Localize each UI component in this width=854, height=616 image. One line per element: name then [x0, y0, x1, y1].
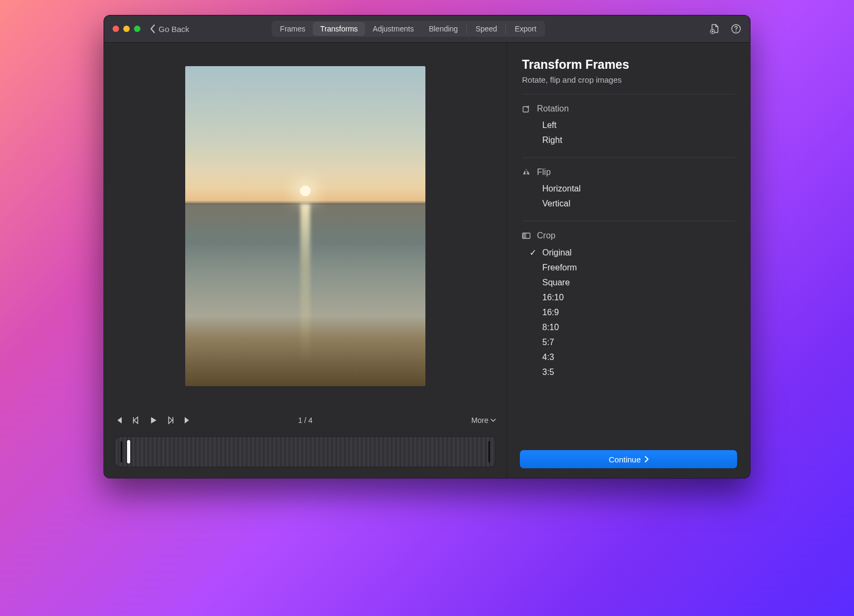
- app-window: Go Back Frames Transforms Adjustments Bl…: [104, 15, 750, 478]
- crop-option[interactable]: 4:3: [522, 350, 735, 365]
- more-menu-button[interactable]: More: [471, 416, 496, 425]
- maximize-window-button[interactable]: [134, 26, 140, 32]
- chevron-right-icon: [644, 456, 649, 462]
- crop-option[interactable]: 5:7: [522, 335, 735, 350]
- crop-section: Crop ✓OriginalFreeformSquare16:1016:98:1…: [522, 221, 735, 389]
- panel-footer: Continue: [507, 443, 750, 478]
- rotate-right-option[interactable]: Right: [522, 133, 735, 148]
- tab-frames[interactable]: Frames: [273, 22, 313, 36]
- playback-controls: 1 / 4 More: [104, 410, 507, 431]
- rotation-label: Rotation: [537, 104, 569, 114]
- tab-adjustments[interactable]: Adjustments: [365, 22, 421, 36]
- transform-panel: Transform Frames Rotate, flip and crop i…: [507, 43, 750, 443]
- tab-transforms[interactable]: Transforms: [313, 22, 365, 36]
- chevron-left-icon: [150, 25, 155, 33]
- flip-horizontal-option[interactable]: Horizontal: [522, 181, 735, 196]
- timeline-scrubber[interactable]: [115, 436, 496, 467]
- preview-image: [185, 66, 425, 386]
- flip-label: Flip: [537, 167, 551, 177]
- panel-subtitle: Rotate, flip and crop images: [522, 75, 735, 84]
- crop-label: Crop: [537, 231, 556, 241]
- rotation-icon: [522, 105, 531, 113]
- preview-area: [104, 43, 507, 410]
- rotation-section: Rotation Left Right: [522, 94, 735, 157]
- close-window-button[interactable]: [113, 26, 119, 32]
- crop-icon: [522, 231, 531, 240]
- go-back-button[interactable]: Go Back: [150, 25, 189, 34]
- crop-option[interactable]: ✓Original: [522, 245, 735, 260]
- inspector-pane: Transform Frames Rotate, flip and crop i…: [507, 43, 750, 478]
- tab-blending[interactable]: Blending: [421, 22, 465, 36]
- rotate-left-option[interactable]: Left: [522, 118, 735, 133]
- skip-start-icon[interactable]: [115, 416, 123, 425]
- tab-export[interactable]: Export: [507, 22, 543, 36]
- titlebar-right: [709, 23, 741, 34]
- tab-speed[interactable]: Speed: [468, 22, 504, 36]
- tab-bar: Frames Transforms Adjustments Blending S…: [272, 21, 545, 37]
- continue-button[interactable]: Continue: [520, 450, 737, 468]
- crop-option[interactable]: 8:10: [522, 320, 735, 335]
- svg-point-2: [736, 30, 737, 31]
- help-icon[interactable]: [731, 23, 741, 34]
- document-add-icon[interactable]: [709, 23, 720, 34]
- crop-option[interactable]: Square: [522, 275, 735, 290]
- flip-section: Flip Horizontal Vertical: [522, 157, 735, 221]
- tab-separator: [466, 24, 467, 34]
- minimize-window-button[interactable]: [123, 26, 130, 32]
- titlebar: Go Back Frames Transforms Adjustments Bl…: [104, 15, 750, 43]
- crop-option[interactable]: Freeform: [522, 260, 735, 275]
- flip-icon: [522, 168, 531, 177]
- tab-separator: [505, 24, 506, 34]
- checkmark-icon: ✓: [528, 247, 537, 258]
- window-body: 1 / 4 More Transform Frames Rotate, f: [104, 43, 750, 478]
- go-back-label: Go Back: [159, 25, 189, 34]
- skip-end-icon[interactable]: [183, 416, 192, 425]
- window-controls: [113, 26, 140, 32]
- continue-label: Continue: [608, 455, 640, 464]
- play-icon[interactable]: [149, 416, 157, 425]
- crop-option[interactable]: 16:9: [522, 305, 735, 320]
- flip-vertical-option[interactable]: Vertical: [522, 196, 735, 211]
- chevron-down-icon: [491, 418, 496, 423]
- crop-option[interactable]: 3:5: [522, 365, 735, 380]
- timeline-area: [104, 431, 507, 478]
- crop-option[interactable]: 16:10: [522, 290, 735, 305]
- step-back-icon[interactable]: [132, 416, 140, 425]
- timeline-end-marker[interactable]: [488, 441, 490, 462]
- timeline-start-marker[interactable]: [121, 441, 122, 462]
- timeline-playhead[interactable]: [127, 440, 130, 463]
- frame-counter: 1 / 4: [298, 416, 312, 425]
- more-label: More: [471, 416, 488, 425]
- preview-pane: 1 / 4 More: [104, 43, 507, 478]
- svg-rect-5: [523, 233, 526, 238]
- panel-title: Transform Frames: [522, 58, 735, 72]
- step-forward-icon[interactable]: [166, 416, 175, 425]
